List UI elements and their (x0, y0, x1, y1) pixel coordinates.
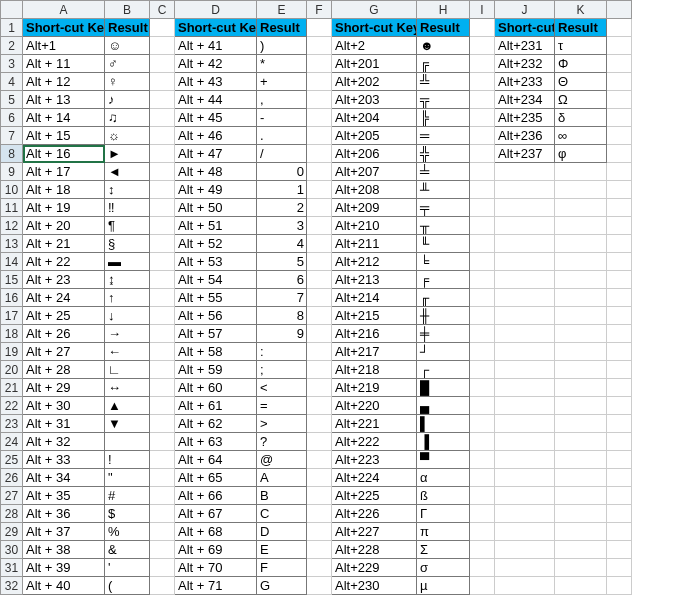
cell-K27[interactable] (555, 487, 607, 505)
cell-D11[interactable]: Alt + 50 (175, 199, 257, 217)
cell-D31[interactable]: Alt + 70 (175, 559, 257, 577)
cell-C12[interactable] (150, 217, 175, 235)
col-header-H[interactable]: H (417, 1, 470, 19)
cell-J2[interactable]: Alt+231 (495, 37, 555, 55)
row-header-32[interactable]: 32 (1, 577, 23, 595)
cell-H21[interactable]: █ (417, 379, 470, 397)
cell-A22[interactable]: Alt + 30 (23, 397, 105, 415)
col-header-J[interactable]: J (495, 1, 555, 19)
cell-D14[interactable]: Alt + 53 (175, 253, 257, 271)
cell-F12[interactable] (307, 217, 332, 235)
row-header-20[interactable]: 20 (1, 361, 23, 379)
cell-B14[interactable]: ▬ (105, 253, 150, 271)
cell-H19[interactable]: ┘ (417, 343, 470, 361)
cell-D25[interactable]: Alt + 64 (175, 451, 257, 469)
cell-H9[interactable]: ╧ (417, 163, 470, 181)
cell-A11[interactable]: Alt + 19 (23, 199, 105, 217)
cell-C9[interactable] (150, 163, 175, 181)
cell-A3[interactable]: Alt + 11 (23, 55, 105, 73)
cell-D1[interactable]: Short-cut Key (175, 19, 257, 37)
row-header-16[interactable]: 16 (1, 289, 23, 307)
cell-I4[interactable] (470, 73, 495, 91)
cell-H32[interactable]: µ (417, 577, 470, 595)
cell-C3[interactable] (150, 55, 175, 73)
cell-D7[interactable]: Alt + 46 (175, 127, 257, 145)
cell-A14[interactable]: Alt + 22 (23, 253, 105, 271)
cell-C25[interactable] (150, 451, 175, 469)
cell-B26[interactable]: " (105, 469, 150, 487)
cell-D12[interactable]: Alt + 51 (175, 217, 257, 235)
cell-A6[interactable]: Alt + 14 (23, 109, 105, 127)
row-header-7[interactable]: 7 (1, 127, 23, 145)
cell-J1[interactable]: Short-cut Key (495, 19, 555, 37)
cell-E29[interactable]: D (257, 523, 307, 541)
cell-C5[interactable] (150, 91, 175, 109)
cell-F13[interactable] (307, 235, 332, 253)
cell-J26[interactable] (495, 469, 555, 487)
cell-C28[interactable] (150, 505, 175, 523)
cell-F14[interactable] (307, 253, 332, 271)
cell-H20[interactable]: ┌ (417, 361, 470, 379)
cell-K1[interactable]: Result (555, 19, 607, 37)
cell-K6[interactable]: δ (555, 109, 607, 127)
cell-K26[interactable] (555, 469, 607, 487)
cell-D29[interactable]: Alt + 68 (175, 523, 257, 541)
cell-H12[interactable]: ╥ (417, 217, 470, 235)
col-header-I[interactable]: I (470, 1, 495, 19)
cell-G12[interactable]: Alt+210 (332, 217, 417, 235)
cell-H17[interactable]: ╫ (417, 307, 470, 325)
row-header-22[interactable]: 22 (1, 397, 23, 415)
cell-K16[interactable] (555, 289, 607, 307)
cell-H8[interactable]: ╬ (417, 145, 470, 163)
cell-H1[interactable]: Result (417, 19, 470, 37)
cell-J30[interactable] (495, 541, 555, 559)
cell-E21[interactable]: < (257, 379, 307, 397)
cell-C23[interactable] (150, 415, 175, 433)
cell-F5[interactable] (307, 91, 332, 109)
cell-E20[interactable]: ; (257, 361, 307, 379)
cell-I31[interactable] (470, 559, 495, 577)
cell-J14[interactable] (495, 253, 555, 271)
cell-C13[interactable] (150, 235, 175, 253)
cell-C10[interactable] (150, 181, 175, 199)
cell-F19[interactable] (307, 343, 332, 361)
cell-C8[interactable] (150, 145, 175, 163)
cell-B7[interactable]: ☼ (105, 127, 150, 145)
cell-G31[interactable]: Alt+229 (332, 559, 417, 577)
cell-K9[interactable] (555, 163, 607, 181)
cell-H26[interactable]: α (417, 469, 470, 487)
cell-E32[interactable]: G (257, 577, 307, 595)
cell-H2[interactable]: ☻ (417, 37, 470, 55)
cell-K17[interactable] (555, 307, 607, 325)
cell-K25[interactable] (555, 451, 607, 469)
cell-C26[interactable] (150, 469, 175, 487)
cell-I23[interactable] (470, 415, 495, 433)
cell-D21[interactable]: Alt + 60 (175, 379, 257, 397)
cell-B20[interactable]: ∟ (105, 361, 150, 379)
col-header-B[interactable]: B (105, 1, 150, 19)
cell-J3[interactable]: Alt+232 (495, 55, 555, 73)
col-header-A[interactable]: A (23, 1, 105, 19)
row-header-13[interactable]: 13 (1, 235, 23, 253)
cell-F27[interactable] (307, 487, 332, 505)
cell-K24[interactable] (555, 433, 607, 451)
cell-D8[interactable]: Alt + 47 (175, 145, 257, 163)
cell-G29[interactable]: Alt+227 (332, 523, 417, 541)
cell-I32[interactable] (470, 577, 495, 595)
cell-G4[interactable]: Alt+202 (332, 73, 417, 91)
cell-G23[interactable]: Alt+221 (332, 415, 417, 433)
cell-J16[interactable] (495, 289, 555, 307)
cell-F20[interactable] (307, 361, 332, 379)
cell-A4[interactable]: Alt + 12 (23, 73, 105, 91)
cell-D13[interactable]: Alt + 52 (175, 235, 257, 253)
cell-K4[interactable]: Θ (555, 73, 607, 91)
cell-G7[interactable]: Alt+205 (332, 127, 417, 145)
cell-D19[interactable]: Alt + 58 (175, 343, 257, 361)
cell-K18[interactable] (555, 325, 607, 343)
cell-A7[interactable]: Alt + 15 (23, 127, 105, 145)
cell-F30[interactable] (307, 541, 332, 559)
cell-I20[interactable] (470, 361, 495, 379)
cell-F21[interactable] (307, 379, 332, 397)
cell-E25[interactable]: @ (257, 451, 307, 469)
cell-K15[interactable] (555, 271, 607, 289)
